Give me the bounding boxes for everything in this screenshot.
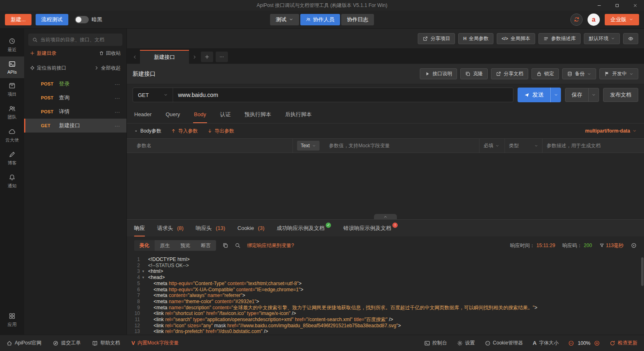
method-select[interactable]: GET bbox=[133, 88, 173, 102]
theme-toggle-track[interactable] bbox=[75, 16, 89, 23]
tab-scroll-left[interactable] bbox=[129, 50, 140, 64]
tree-item-login[interactable]: POST 登录 ··· bbox=[24, 77, 126, 91]
flow-test-button[interactable]: 流程测试 bbox=[36, 14, 68, 25]
check-update-button[interactable]: 检查更新 bbox=[610, 340, 637, 346]
more-options-icon[interactable]: ··· bbox=[115, 95, 120, 101]
send-button-main[interactable]: 发送 bbox=[518, 88, 550, 102]
rail-item-blog[interactable]: 博客 bbox=[0, 147, 24, 170]
tab-success-example[interactable]: 成功响应示例及文档✓ bbox=[277, 220, 331, 236]
send-options-button[interactable] bbox=[550, 88, 561, 102]
tab-response[interactable]: 响应 bbox=[134, 220, 145, 236]
copy-response-button[interactable] bbox=[223, 243, 228, 248]
more-options-icon[interactable]: ··· bbox=[115, 81, 120, 87]
tab-error-example[interactable]: 错误响应示例及文档! bbox=[343, 220, 398, 236]
edition-button[interactable]: 企业版 bbox=[605, 14, 639, 25]
env-select-button[interactable]: 测试 bbox=[270, 14, 299, 25]
tab-cookie[interactable]: Cookie (3) bbox=[237, 220, 264, 236]
api-doc-button[interactable]: 接口说明 bbox=[420, 68, 457, 79]
sync-button[interactable] bbox=[570, 14, 583, 26]
new-button[interactable]: 新建... bbox=[5, 14, 32, 25]
collaborators-button[interactable]: 协作人员 bbox=[300, 14, 340, 25]
tab-query[interactable]: Query bbox=[166, 106, 180, 123]
param-desc-input[interactable] bbox=[547, 143, 640, 148]
new-folder-button[interactable]: 新建目录 bbox=[30, 50, 56, 57]
collab-log-button[interactable]: 协作日志 bbox=[341, 14, 374, 25]
global-script-button[interactable]: </>全局脚本 bbox=[497, 33, 535, 44]
lock-button[interactable]: 锁定 bbox=[531, 68, 559, 79]
theme-toggle[interactable]: 暗黑 bbox=[75, 16, 102, 23]
view-preview[interactable]: 预览 bbox=[175, 240, 196, 251]
rail-item-notifications[interactable]: 通知 bbox=[0, 170, 24, 193]
collapse-all-button[interactable]: 全部收起 bbox=[94, 65, 121, 72]
sidebar-search-input[interactable] bbox=[41, 37, 118, 43]
rail-item-projects[interactable]: 项目 bbox=[0, 78, 24, 101]
maximize-button[interactable] bbox=[608, 0, 626, 11]
tab-more-button[interactable] bbox=[216, 52, 228, 62]
recycle-bin-button[interactable]: 回收站 bbox=[99, 50, 121, 57]
response-settings-button[interactable] bbox=[631, 243, 637, 248]
font-size-button[interactable]: A字体大小 bbox=[533, 340, 558, 346]
tree-item-query[interactable]: POST 查询 ··· bbox=[24, 91, 126, 105]
collapse-response-handle[interactable] bbox=[374, 214, 397, 219]
tab-header[interactable]: Header bbox=[134, 106, 152, 123]
add-tab-button[interactable] bbox=[201, 52, 213, 62]
param-description-lib-button[interactable]: 参数描述库 bbox=[538, 33, 581, 44]
tab-pre-script[interactable]: 预执行脚本 bbox=[245, 106, 271, 123]
zoom-out-button[interactable] bbox=[568, 340, 574, 346]
tab-post-script[interactable]: 后执行脚本 bbox=[285, 106, 312, 123]
minimize-button[interactable] bbox=[590, 0, 608, 11]
official-site-link[interactable]: ApiPost官网 bbox=[7, 340, 41, 346]
publish-doc-button[interactable]: 发布文档 bbox=[603, 88, 638, 102]
locate-current-api-button[interactable]: 定位当前接口 bbox=[30, 65, 66, 72]
import-params-button[interactable]: 导入参数 bbox=[171, 128, 198, 135]
tab-request-headers[interactable]: 请求头 (8) bbox=[157, 220, 184, 236]
tab-new-api[interactable]: 新建接口 bbox=[140, 50, 189, 64]
rail-item-apps[interactable]: 应用 bbox=[0, 308, 24, 331]
settings-button[interactable]: 设置 bbox=[457, 340, 475, 346]
code-scrollbar[interactable] bbox=[640, 256, 644, 335]
tree-item-detail[interactable]: POST 详情 ··· bbox=[24, 105, 126, 119]
response-code-viewer[interactable]: 123▾4▾5678910111213 <!DOCTYPE html><!--S… bbox=[127, 254, 644, 335]
view-assert[interactable]: 断言 bbox=[196, 240, 216, 251]
tab-scroll-right[interactable] bbox=[189, 50, 200, 64]
toggle-visibility-button[interactable] bbox=[623, 33, 638, 44]
zoom-in-button[interactable] bbox=[594, 340, 600, 346]
bind-response-link[interactable]: 绑定响应结果到变量? bbox=[247, 242, 294, 249]
rail-item-team[interactable]: 团队 bbox=[0, 101, 24, 124]
console-button[interactable]: 控制台 bbox=[424, 340, 447, 346]
clone-button[interactable]: 克隆 bbox=[460, 68, 488, 79]
param-value-input[interactable] bbox=[329, 143, 475, 148]
send-button[interactable]: 发送 bbox=[518, 88, 561, 102]
code-lines[interactable]: <!DOCTYPE html><!--STATUS OK--><html><he… bbox=[148, 256, 640, 335]
global-params-button[interactable]: H全局参数 bbox=[458, 33, 493, 44]
help-docs-link[interactable]: 帮助文档 bbox=[92, 340, 120, 346]
view-beautify[interactable]: 美化 bbox=[134, 240, 155, 251]
more-options-icon[interactable]: ··· bbox=[115, 123, 120, 129]
export-params-button[interactable]: 导出参数 bbox=[207, 128, 234, 135]
content-type-select[interactable]: multipart/form-data bbox=[585, 128, 637, 134]
url-input[interactable] bbox=[173, 88, 513, 102]
save-button[interactable]: 保存 bbox=[565, 88, 588, 101]
avatar[interactable]: a bbox=[588, 14, 600, 26]
rail-item-recent[interactable]: 最近 bbox=[0, 34, 24, 56]
more-options-icon[interactable]: ··· bbox=[115, 109, 120, 115]
tree-item-new-api[interactable]: GET 新建接口 ··· bbox=[24, 119, 126, 133]
param-kind-select[interactable]: Text bbox=[297, 141, 320, 151]
param-required-select[interactable]: 必填 bbox=[484, 142, 499, 149]
code-scrollbar-thumb[interactable] bbox=[641, 257, 644, 286]
view-raw[interactable]: 原生 bbox=[155, 240, 175, 251]
rail-item-cloud-ambassador[interactable]: 云大使 bbox=[0, 124, 24, 147]
search-response-button[interactable] bbox=[235, 243, 241, 248]
backup-button[interactable]: 备份 bbox=[562, 68, 596, 79]
tab-response-headers[interactable]: 响应头 (13) bbox=[196, 220, 225, 236]
param-datatype-select[interactable]: 类型 bbox=[509, 142, 538, 149]
save-options-button[interactable] bbox=[588, 88, 599, 101]
tab-body[interactable]: Body bbox=[194, 106, 206, 123]
default-env-select[interactable]: 默认环境 bbox=[584, 33, 620, 44]
dev-status-button[interactable]: 开发中 bbox=[599, 68, 638, 79]
share-project-button[interactable]: 分享项目 bbox=[418, 33, 455, 44]
share-doc-button[interactable]: 分享文档 bbox=[491, 68, 528, 79]
cookie-manager-button[interactable]: Cookie管理器 bbox=[485, 340, 523, 346]
rail-item-apis[interactable]: APIs bbox=[0, 56, 24, 78]
tab-auth[interactable]: 认证 bbox=[220, 106, 231, 123]
